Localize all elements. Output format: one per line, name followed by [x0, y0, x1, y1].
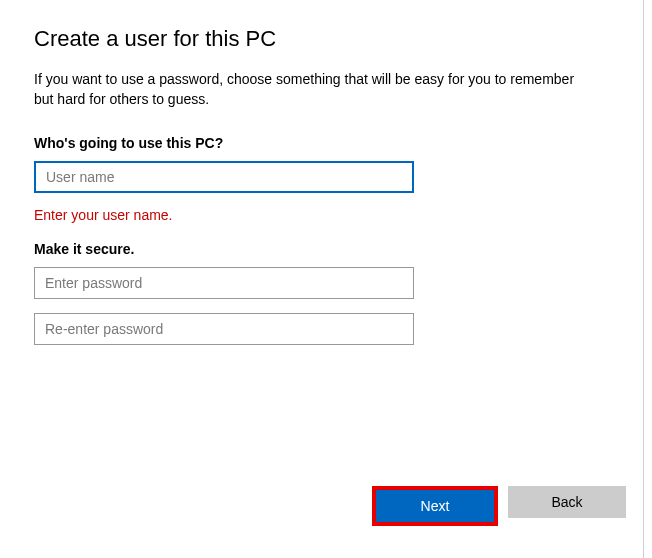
back-button[interactable]: Back — [508, 486, 626, 518]
username-input[interactable] — [34, 161, 414, 193]
username-field-group — [34, 161, 609, 193]
password-input[interactable] — [34, 267, 414, 299]
button-bar: Next Back — [372, 486, 626, 526]
content-wrapper: Create a user for this PC If you want to… — [0, 0, 644, 558]
password-label: Make it secure. — [34, 241, 609, 257]
page-title: Create a user for this PC — [34, 26, 609, 52]
password-confirm-field-group — [34, 313, 609, 345]
username-error: Enter your user name. — [34, 207, 609, 223]
password-field-group — [34, 267, 609, 299]
next-button[interactable]: Next — [376, 490, 494, 522]
password-confirm-input[interactable] — [34, 313, 414, 345]
username-label: Who's going to use this PC? — [34, 135, 609, 151]
next-button-highlight: Next — [372, 486, 498, 526]
page-description: If you want to use a password, choose so… — [34, 70, 594, 109]
